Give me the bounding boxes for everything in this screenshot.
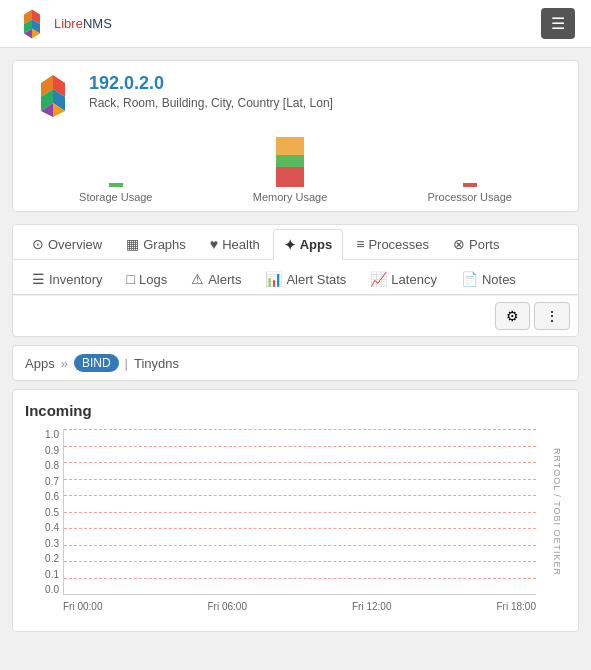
breadcrumb-separator: » xyxy=(61,356,68,371)
breadcrumb: Apps » BIND | Tinydns xyxy=(12,345,579,381)
device-location: Rack, Room, Building, City, Country [Lat… xyxy=(89,96,333,110)
navbar-toggle-button[interactable]: ☰ xyxy=(541,8,575,39)
latency-icon: 📈 xyxy=(370,271,387,287)
brand-nms: NMS xyxy=(83,16,112,31)
device-logo-icon xyxy=(29,73,77,121)
chart-grid-line xyxy=(64,462,536,463)
y-label-07: 0.7 xyxy=(45,476,59,487)
tab-logs-label: Logs xyxy=(139,272,167,287)
x-label-1: Fri 06:00 xyxy=(208,601,247,612)
alert-stats-icon: 📊 xyxy=(265,271,282,287)
tab-overview-label: Overview xyxy=(48,237,102,252)
tab-notes[interactable]: 📄 Notes xyxy=(450,264,527,294)
navbar: LibreNMS ☰ xyxy=(0,0,591,48)
chart-section: Incoming 1.0 0.9 0.8 0.7 0.6 0.5 0.4 0.3… xyxy=(12,389,579,632)
memory-bar xyxy=(276,137,304,187)
device-ip[interactable]: 192.0.2.0 xyxy=(89,73,333,94)
chart-grid-line xyxy=(64,561,536,562)
breadcrumb-apps-link[interactable]: Apps xyxy=(25,356,55,371)
tabs-row-2: ☰ Inventory □ Logs ⚠ Alerts 📊 Alert Stat… xyxy=(13,260,578,295)
tabs-section: ⊙ Overview ▦ Graphs ♥ Health ✦ Apps ≡ Pr… xyxy=(12,224,579,337)
tab-alert-stats-label: Alert Stats xyxy=(286,272,346,287)
brand-text: LibreNMS xyxy=(54,16,112,31)
device-card: 192.0.2.0 Rack, Room, Building, City, Co… xyxy=(12,60,579,212)
settings-button[interactable]: ⚙ xyxy=(495,302,530,330)
breadcrumb-active-badge[interactable]: BIND xyxy=(74,354,119,372)
brand: LibreNMS xyxy=(16,8,112,40)
health-icon: ♥ xyxy=(210,236,218,252)
chart-grid-line xyxy=(64,545,536,546)
tab-overview[interactable]: ⊙ Overview xyxy=(21,229,113,259)
x-label-3: Fri 18:00 xyxy=(497,601,536,612)
y-label-06: 0.6 xyxy=(45,491,59,502)
chart-plot-area xyxy=(63,429,536,595)
graphs-icon: ▦ xyxy=(126,236,139,252)
tab-alerts-label: Alerts xyxy=(208,272,241,287)
chart-grid-line xyxy=(64,512,536,513)
y-label-10: 1.0 xyxy=(45,429,59,440)
chart-grid-line xyxy=(64,429,536,430)
processor-label: Processor Usage xyxy=(428,191,512,203)
tab-inventory-label: Inventory xyxy=(49,272,102,287)
chart-grid-line xyxy=(64,479,536,480)
breadcrumb-alt-link[interactable]: Tinydns xyxy=(134,356,179,371)
inventory-icon: ☰ xyxy=(32,271,45,287)
chart-grid-line xyxy=(64,578,536,579)
y-label-02: 0.2 xyxy=(45,553,59,564)
tab-apps-label: Apps xyxy=(300,237,333,252)
tab-processes[interactable]: ≡ Processes xyxy=(345,229,440,259)
chart-grid-line xyxy=(64,528,536,529)
y-label-05: 0.5 xyxy=(45,507,59,518)
tab-alerts[interactable]: ⚠ Alerts xyxy=(180,264,252,294)
tab-apps[interactable]: ✦ Apps xyxy=(273,229,344,260)
tab-logs[interactable]: □ Logs xyxy=(115,264,178,294)
tab-inventory[interactable]: ☰ Inventory xyxy=(21,264,113,294)
tab-alert-stats[interactable]: 📊 Alert Stats xyxy=(254,264,357,294)
x-label-2: Fri 12:00 xyxy=(352,601,391,612)
chart-title: Incoming xyxy=(25,402,566,419)
processes-icon: ≡ xyxy=(356,236,364,252)
tab-ports[interactable]: ⊗ Ports xyxy=(442,229,510,259)
action-row: ⚙ ⋮ xyxy=(13,295,578,336)
y-label-04: 0.4 xyxy=(45,522,59,533)
storage-label: Storage Usage xyxy=(79,191,152,203)
chart-grid-line xyxy=(64,495,536,496)
memory-label: Memory Usage xyxy=(253,191,328,203)
storage-bar xyxy=(109,183,123,187)
notes-icon: 📄 xyxy=(461,271,478,287)
tab-notes-label: Notes xyxy=(482,272,516,287)
y-label-00: 0.0 xyxy=(45,584,59,595)
storage-stat: Storage Usage xyxy=(79,137,152,203)
y-label-09: 0.9 xyxy=(45,445,59,456)
chart-wrapper: 1.0 0.9 0.8 0.7 0.6 0.5 0.4 0.3 0.2 0.1 … xyxy=(25,429,566,619)
memory-stat: Memory Usage xyxy=(253,137,328,203)
tab-graphs[interactable]: ▦ Graphs xyxy=(115,229,197,259)
chart-right-label: RRTOOL / TOBI OETIKER xyxy=(552,429,562,595)
tab-ports-label: Ports xyxy=(469,237,499,252)
x-label-0: Fri 00:00 xyxy=(63,601,102,612)
tab-health[interactable]: ♥ Health xyxy=(199,229,271,259)
overview-icon: ⊙ xyxy=(32,236,44,252)
tab-processes-label: Processes xyxy=(368,237,429,252)
chart-grid-line xyxy=(64,446,536,447)
chart-y-axis: 1.0 0.9 0.8 0.7 0.6 0.5 0.4 0.3 0.2 0.1 … xyxy=(25,429,63,595)
y-label-08: 0.8 xyxy=(45,460,59,471)
tab-latency[interactable]: 📈 Latency xyxy=(359,264,448,294)
y-label-03: 0.3 xyxy=(45,538,59,549)
logo-icon xyxy=(16,8,48,40)
tabs-row-1: ⊙ Overview ▦ Graphs ♥ Health ✦ Apps ≡ Pr… xyxy=(13,225,578,260)
chart-x-axis: Fri 00:00 Fri 06:00 Fri 12:00 Fri 18:00 xyxy=(63,597,536,619)
device-stats: Storage Usage Memory Usage Processor Usa… xyxy=(29,129,562,203)
apps-icon: ✦ xyxy=(284,237,296,253)
tab-health-label: Health xyxy=(222,237,260,252)
device-header: 192.0.2.0 Rack, Room, Building, City, Co… xyxy=(29,73,562,121)
chart-right-text: RRTOOL / TOBI OETIKER xyxy=(552,448,562,576)
tab-latency-label: Latency xyxy=(391,272,437,287)
brand-libre: Libre xyxy=(54,16,83,31)
processor-bar xyxy=(463,183,477,187)
more-button[interactable]: ⋮ xyxy=(534,302,570,330)
ports-icon: ⊗ xyxy=(453,236,465,252)
tab-graphs-label: Graphs xyxy=(143,237,186,252)
y-label-01: 0.1 xyxy=(45,569,59,580)
alerts-icon: ⚠ xyxy=(191,271,204,287)
